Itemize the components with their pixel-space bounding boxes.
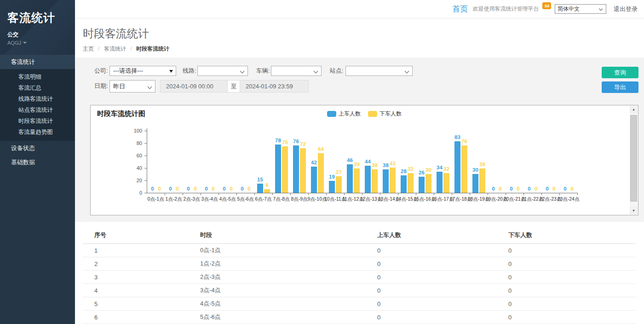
bar-上车人数-18 — [472, 174, 478, 193]
date-range-separator: 至 — [227, 80, 240, 93]
table-cell: 3 — [83, 271, 189, 284]
scrollbar-thumb[interactable] — [630, 115, 637, 202]
x-tick-mark — [218, 193, 219, 195]
x-tick-mark — [344, 193, 345, 195]
station-select[interactable] — [345, 66, 413, 76]
table-row: 43点-4点00 — [83, 284, 636, 297]
org-code-dropdown[interactable]: AQGJ — [7, 40, 68, 46]
bar-下车人数-9 — [318, 153, 324, 193]
table-cell: 0 — [366, 297, 497, 311]
y-tick-mark — [144, 193, 147, 193]
sidebar-item-0-3[interactable]: 站点客流统计 — [0, 104, 75, 116]
scroll-up-icon[interactable]: ▲ — [630, 106, 638, 113]
chart-panel: 时段车流统计图 上车人数 下车人数 0204060801000点-1点001点-… — [90, 105, 638, 215]
station-label: 站点: — [330, 66, 344, 76]
x-tick-label: 6点-7点 — [255, 196, 271, 202]
breadcrumb-parent[interactable]: 客流统计 — [104, 46, 126, 52]
bar-value-label: 0 — [494, 186, 506, 191]
vehicle-select[interactable] — [271, 66, 322, 76]
x-tick-label: 4点-5点 — [219, 196, 236, 202]
table-cell: 0 — [366, 284, 497, 297]
chevron-down-icon — [314, 69, 318, 74]
x-tick-mark — [577, 193, 578, 195]
x-tick-label: 2点-3点 — [183, 196, 200, 202]
date-from-input[interactable]: 2024-01-09 00:00 — [160, 80, 228, 93]
page-title: 时段客流统计 — [83, 26, 644, 41]
chevron-down-icon — [240, 69, 245, 74]
bar-上车人数-14 — [401, 175, 407, 193]
sidebar-section-0[interactable]: 客流统计 — [0, 55, 75, 69]
breadcrumb: 主页 / 客流统计 / 时段客流统计 — [83, 45, 644, 53]
org-name: 公交 — [7, 31, 68, 39]
date-label: 日期: — [94, 81, 108, 91]
table-cell: 2点-3点 — [189, 271, 366, 284]
sidebar-menu: 客流统计客流明细客流汇总线路客流统计站点客流统计时段客流统计客流量趋势图设备状态… — [0, 55, 75, 169]
bar-value-label: 0 — [566, 186, 578, 191]
bar-上车人数-9 — [311, 167, 317, 193]
bar-value-label: 76 — [458, 139, 471, 144]
line-label: 线路: — [183, 66, 196, 76]
table-cell: 0 — [366, 244, 497, 257]
table-cell: 0 — [497, 244, 636, 257]
sidebar-item-0-0[interactable]: 客流明细 — [0, 71, 75, 82]
table-cell: 5 — [83, 297, 189, 311]
date-preset-select[interactable]: 昨日 — [109, 80, 155, 93]
bar-value-label: 6 — [261, 182, 273, 188]
sidebar: 客流统计 公交 AQGJ 客流统计客流明细客流汇总线路客流统计站点客流统计时段客… — [0, 0, 75, 324]
x-tick-label: 23点-24点 — [558, 196, 580, 202]
bar-下车人数-10 — [336, 176, 342, 193]
dropdown-arrow-icon — [169, 70, 173, 73]
x-tick-label: 3点-4点 — [201, 196, 218, 202]
sidebar-section-1[interactable]: 设备状态 — [0, 141, 75, 155]
table-header-cell: 时段 — [189, 227, 366, 244]
chart-scrollbar[interactable]: ▲ ▼ — [630, 106, 638, 214]
bar-value-label: 0 — [530, 186, 542, 191]
table-cell: 4点-5点 — [189, 297, 366, 311]
sidebar-item-0-2[interactable]: 线路客流统计 — [0, 93, 75, 104]
page-head: 时段客流统计 主页 / 客流统计 / 时段客流统计 — [75, 19, 644, 58]
vehicle-label: 车辆: — [256, 66, 270, 76]
table-row: 54点-5点00 — [83, 297, 636, 311]
table-header-cell: 上车人数 — [366, 227, 497, 244]
chevron-down-icon — [599, 7, 603, 11]
export-button[interactable]: 导出 — [602, 81, 638, 93]
passenger-table: 序号时段上车人数下车人数 10点-1点0021点-2点0032点-3点0043点… — [83, 227, 636, 324]
bar-value-label: 32 — [440, 166, 453, 172]
table-cell: 0 — [497, 257, 636, 271]
table-cell: 0 — [497, 284, 636, 297]
scroll-down-icon[interactable]: ▼ — [630, 207, 638, 214]
table-row: 65点-6点00 — [83, 311, 636, 324]
date-to-input[interactable]: 2024-01-09 23:59 — [240, 80, 309, 93]
sidebar-item-0-1[interactable]: 客流汇总 — [0, 82, 75, 93]
bar-上车人数-15 — [419, 177, 425, 193]
notification-badge[interactable]: 34 — [542, 2, 551, 9]
breadcrumb-home[interactable]: 主页 — [83, 46, 94, 52]
table-cell: 1点-2点 — [189, 257, 366, 271]
x-tick-mark — [236, 193, 237, 195]
table-cell: 0 — [366, 271, 497, 284]
bar-chart: 0204060801000点-1点001点-2点002点-3点003点-4点00… — [91, 105, 638, 215]
x-tick-mark — [470, 193, 470, 195]
sidebar-section-2[interactable]: 基础数据 — [0, 155, 75, 169]
y-tick-label: 20 — [128, 178, 142, 183]
bar-下车人数-16 — [443, 173, 449, 193]
chevron-down-icon — [23, 42, 27, 44]
sidebar-item-0-5[interactable]: 客流量趋势图 — [0, 127, 75, 138]
bar-value-label: 27 — [333, 169, 345, 175]
query-button[interactable]: 查询 — [602, 67, 638, 78]
home-link[interactable]: 首页 — [452, 4, 468, 14]
logout-link[interactable]: 退出登录 — [614, 5, 638, 13]
bar-上车人数-16 — [437, 172, 443, 193]
language-select[interactable]: 简体中文 — [555, 4, 606, 14]
logo-area: 客流统计 公交 AQGJ — [0, 0, 75, 55]
bar-上车人数-12 — [365, 166, 371, 193]
table-row: 10点-1点00 — [83, 244, 636, 257]
company-select[interactable]: ---请选择--- — [109, 66, 176, 76]
line-select[interactable] — [197, 66, 248, 76]
x-tick-label: 8点-9点 — [291, 196, 307, 202]
x-tick-mark — [290, 193, 291, 195]
x-tick-mark — [488, 193, 488, 195]
table-cell: 0点-1点 — [189, 244, 366, 257]
sidebar-item-0-4[interactable]: 时段客流统计 — [0, 116, 75, 127]
y-tick-mark — [144, 168, 147, 168]
